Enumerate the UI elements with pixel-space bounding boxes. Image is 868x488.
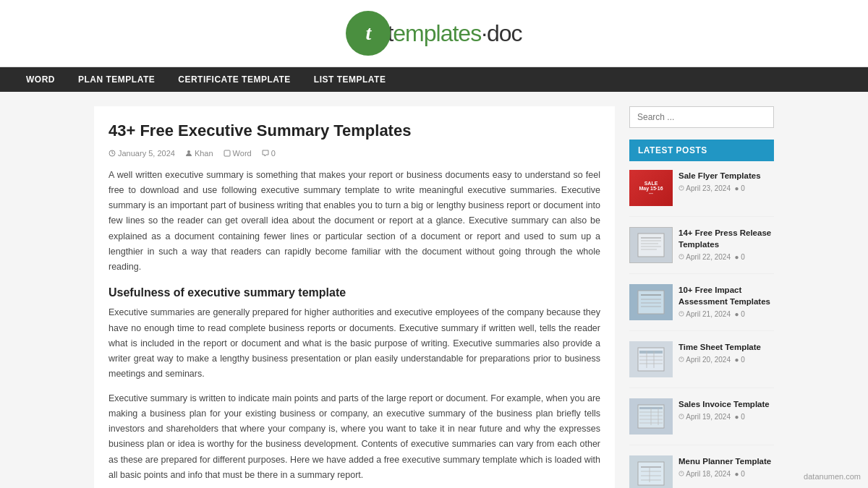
logo-icon bbox=[346, 11, 391, 56]
tag-icon bbox=[224, 150, 231, 157]
post-title[interactable]: Time Sheet Template bbox=[678, 341, 774, 353]
article-title: 43+ Free Executive Summary Templates bbox=[109, 121, 600, 142]
post-title[interactable]: Sales Invoice Template bbox=[678, 398, 774, 410]
post-meta: April 19, 2024 ● 0 bbox=[678, 413, 774, 421]
post-title[interactable]: Menu Planner Template bbox=[678, 455, 774, 467]
post-title[interactable]: 14+ Free Press Release Templates bbox=[678, 227, 774, 250]
clock-icon bbox=[678, 185, 684, 191]
nav-certificate-template[interactable]: CERTIFICATE TEMPLATE bbox=[166, 67, 302, 92]
svg-rect-4 bbox=[224, 150, 230, 156]
article-para-3: Executive summary is written to indicate… bbox=[109, 391, 600, 484]
post-title[interactable]: 10+ Free Impact Assessment Templates bbox=[678, 284, 774, 307]
nav-word[interactable]: WORD bbox=[14, 67, 67, 92]
post-title[interactable]: Sale Flyer Templates bbox=[678, 170, 774, 181]
invoice-icon bbox=[637, 403, 665, 429]
clock-icon bbox=[678, 356, 684, 362]
logo-text: templates·doc bbox=[387, 20, 522, 47]
search-container bbox=[629, 106, 774, 128]
post-info: Menu Planner Template April 18, 2024 ● 0 bbox=[678, 455, 774, 488]
clock-icon bbox=[678, 471, 684, 476]
calendar-icon bbox=[109, 150, 116, 157]
article-para-2: Executive summaries are generally prepar… bbox=[109, 305, 600, 382]
search-input[interactable] bbox=[629, 106, 774, 128]
post-info: Time Sheet Template April 20, 2024 ● 0 bbox=[678, 341, 774, 377]
list-item: Menu Planner Template April 18, 2024 ● 0 bbox=[629, 455, 774, 488]
article-meta: January 5, 2024 Khan Word 0 bbox=[109, 149, 600, 158]
svg-rect-7 bbox=[638, 234, 664, 257]
menu-planner-icon bbox=[637, 461, 665, 487]
article-heading-1: Usefulness of executive summary template bbox=[109, 286, 600, 299]
site-header: templates·doc bbox=[0, 0, 868, 67]
watermark-text: datanumen.com bbox=[804, 472, 861, 481]
post-meta: April 22, 2024 ● 0 bbox=[678, 253, 774, 261]
timesheet-icon bbox=[637, 346, 665, 372]
post-thumbnail bbox=[629, 227, 673, 263]
post-meta: April 23, 2024 ● 0 bbox=[678, 184, 774, 192]
sidebar: LATEST POSTS SALEMay 15·16··· Sale Flyer… bbox=[629, 106, 774, 488]
page-container: 43+ Free Executive Summary Templates Jan… bbox=[87, 92, 781, 488]
nav-list-template[interactable]: LIST TEMPLATE bbox=[302, 67, 398, 92]
impact-assessment-icon bbox=[637, 289, 665, 315]
nav-plan-template[interactable]: PLAN TEMPLATE bbox=[67, 67, 166, 92]
svg-line-2 bbox=[112, 153, 114, 154]
post-meta: April 21, 2024 ● 0 bbox=[678, 310, 774, 318]
clock-icon bbox=[678, 254, 684, 260]
svg-rect-41 bbox=[638, 462, 664, 485]
post-info: 14+ Free Press Release Templates April 2… bbox=[678, 227, 774, 263]
comment-icon bbox=[262, 150, 269, 157]
list-item: Sales Invoice Template April 19, 2024 ● … bbox=[629, 398, 774, 445]
press-release-icon bbox=[637, 232, 665, 258]
logo[interactable]: templates·doc bbox=[346, 11, 522, 56]
post-thumbnail bbox=[629, 455, 673, 488]
post-thumbnail bbox=[629, 398, 673, 435]
post-thumbnail: SALEMay 15·16··· bbox=[629, 170, 673, 206]
svg-rect-23 bbox=[639, 351, 663, 354]
post-thumbnail bbox=[629, 284, 673, 320]
post-info: 10+ Free Impact Assessment Templates Apr… bbox=[678, 284, 774, 320]
list-item: SALEMay 15·16··· Sale Flyer Templates Ap… bbox=[629, 170, 774, 217]
article-body: A well written executive summary is some… bbox=[109, 168, 600, 488]
person-icon bbox=[185, 150, 192, 157]
main-nav: WORD PLAN TEMPLATE CERTIFICATE TEMPLATE … bbox=[0, 67, 868, 92]
post-info: Sales Invoice Template April 19, 2024 ● … bbox=[678, 398, 774, 435]
list-item: 14+ Free Press Release Templates April 2… bbox=[629, 227, 774, 274]
svg-rect-15 bbox=[638, 291, 664, 314]
article-para-1: A well written executive summary is some… bbox=[109, 168, 600, 275]
post-meta: April 18, 2024 ● 0 bbox=[678, 470, 774, 478]
article-author: Khan bbox=[185, 149, 213, 158]
latest-posts-header: LATEST POSTS bbox=[629, 140, 774, 161]
article-comments: 0 bbox=[262, 149, 276, 158]
clock-icon bbox=[678, 311, 684, 317]
clock-icon bbox=[678, 414, 684, 419]
svg-point-3 bbox=[187, 150, 190, 153]
main-content: 43+ Free Executive Summary Templates Jan… bbox=[94, 106, 615, 488]
thumb-label: SALEMay 15·16··· bbox=[639, 181, 663, 196]
post-thumbnail bbox=[629, 341, 673, 377]
post-info: Sale Flyer Templates April 23, 2024 ● 0 bbox=[678, 170, 774, 206]
article-category: Word bbox=[224, 149, 252, 158]
post-meta: April 20, 2024 ● 0 bbox=[678, 356, 774, 364]
list-item: Time Sheet Template April 20, 2024 ● 0 bbox=[629, 341, 774, 388]
article-date: January 5, 2024 bbox=[109, 149, 175, 158]
list-item: 10+ Free Impact Assessment Templates Apr… bbox=[629, 284, 774, 331]
